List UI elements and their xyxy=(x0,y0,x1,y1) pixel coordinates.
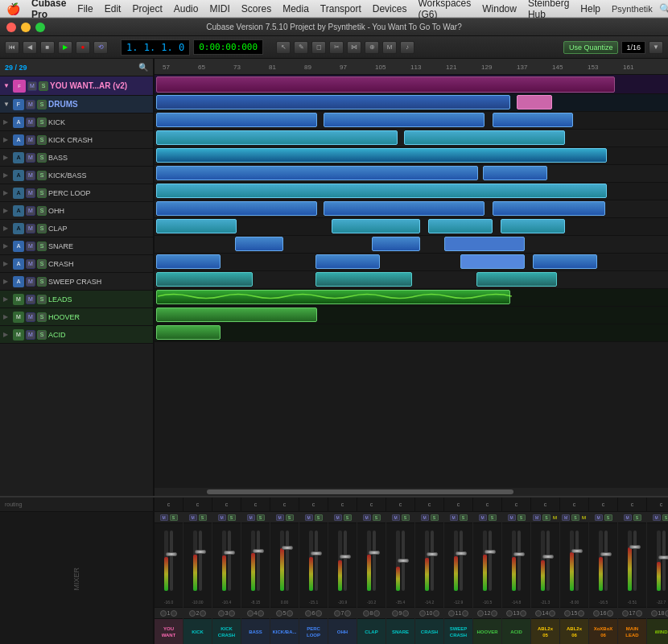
clip-ohh-3[interactable] xyxy=(493,201,605,216)
menu-cubase[interactable]: Cubase Pro xyxy=(31,0,66,20)
track-solo-bass[interactable]: S xyxy=(37,153,47,163)
routing-c-8[interactable]: c xyxy=(357,497,386,511)
tool-chord[interactable]: ♪ xyxy=(400,41,414,54)
ch-mute-7[interactable]: M xyxy=(334,514,342,521)
ch-link-1[interactable] xyxy=(160,610,167,617)
close-button[interactable] xyxy=(6,23,16,32)
track-item-kick[interactable]: ▶ A M S KICK xyxy=(0,114,153,131)
track-mute-percloop[interactable]: M xyxy=(26,188,35,198)
ch-mute-15[interactable]: M xyxy=(562,514,570,521)
ch-link-16[interactable] xyxy=(593,610,600,617)
ch-solo-17[interactable]: S xyxy=(633,514,641,521)
track-mute-kick[interactable]: M xyxy=(26,118,35,127)
ch-fader-track-13[interactable] xyxy=(517,530,521,591)
scrollbar-thumb[interactable] xyxy=(207,489,513,494)
ch-fader-handle-17[interactable] xyxy=(629,545,641,549)
routing-c-6[interactable]: c xyxy=(299,497,328,511)
ch-solo-6[interactable]: S xyxy=(315,514,323,521)
ch-fader-handle-10[interactable] xyxy=(427,552,438,556)
ch-mute-8[interactable]: M xyxy=(363,514,371,521)
track-mute-crash[interactable]: M xyxy=(26,259,35,269)
ch-fader-track-16[interactable] xyxy=(604,530,608,591)
transport-record[interactable]: ● xyxy=(76,41,90,54)
ch-fader-handle-7[interactable] xyxy=(340,555,351,559)
track-expand-arrow[interactable]: ▼ xyxy=(3,82,11,89)
tool-pointer[interactable]: ↖ xyxy=(276,41,291,54)
ch-link-3[interactable] xyxy=(218,610,225,617)
ch-fader-track-3[interactable] xyxy=(228,530,231,591)
ch-fader-handle-4[interactable] xyxy=(253,549,264,553)
ch-solo-16[interactable]: S xyxy=(604,514,612,521)
ch-mute-6[interactable]: M xyxy=(305,514,313,521)
track-solo-kickcrash[interactable]: S xyxy=(37,135,47,145)
clip-crash-2[interactable] xyxy=(315,254,380,269)
clip-snare-2[interactable] xyxy=(372,237,420,251)
clip-snare-1[interactable] xyxy=(235,237,283,251)
ch-fader-track-9[interactable] xyxy=(402,530,405,591)
ch-fader-handle-8[interactable] xyxy=(369,551,380,555)
menu-steinberg[interactable]: Steinberg Hub xyxy=(528,0,569,20)
clip-folder-main[interactable] xyxy=(156,76,615,93)
routing-c-3[interactable]: c xyxy=(212,497,241,511)
menu-midi[interactable]: MIDI xyxy=(209,3,229,14)
routing-c-11[interactable]: c xyxy=(444,497,473,511)
transport-stop[interactable]: ■ xyxy=(40,41,55,54)
ch-mute-11[interactable]: M xyxy=(450,514,458,521)
ch-link2-14[interactable] xyxy=(549,610,555,617)
track-mute-bass[interactable]: M xyxy=(26,153,35,163)
ch-solo-9[interactable]: S xyxy=(402,514,410,521)
track-solo-snare[interactable]: S xyxy=(37,242,47,251)
ch-link2-11[interactable] xyxy=(462,610,468,617)
clip-clap-4[interactable] xyxy=(501,219,565,233)
ch-link-6[interactable] xyxy=(305,610,311,617)
ch-link2-16[interactable] xyxy=(607,610,613,617)
tool-draw[interactable]: ✎ xyxy=(294,41,308,54)
transport-back[interactable]: ◀ xyxy=(23,41,37,54)
clip-snare-3[interactable] xyxy=(444,237,525,251)
track-item-crash[interactable]: ▶ A M S CRASH xyxy=(0,255,153,273)
ch-solo-1[interactable]: S xyxy=(170,514,178,521)
track-solo-kickbass[interactable]: S xyxy=(37,171,47,180)
routing-c-2[interactable]: c xyxy=(183,497,212,511)
track-item-folder-main[interactable]: ▼ F M S YOU WANT...AR (v2) xyxy=(0,76,153,96)
ch-fader-track-8[interactable] xyxy=(373,530,376,591)
ch-fader-track-12[interactable] xyxy=(489,530,492,591)
menu-audio[interactable]: Audio xyxy=(174,3,199,14)
track-mute-sweepcrash[interactable]: M xyxy=(26,277,35,287)
track-mute-kickcrash[interactable]: M xyxy=(26,135,35,145)
ch-solo-10[interactable]: S xyxy=(431,514,439,521)
apple-menu[interactable]: 🍎 xyxy=(6,2,20,15)
menu-edit[interactable]: Edit xyxy=(105,3,122,14)
ch-link2-4[interactable] xyxy=(258,610,264,617)
ch-fader-track-17[interactable] xyxy=(633,530,637,591)
ch-mute-12[interactable]: M xyxy=(479,514,487,521)
track-item-kickcrash[interactable]: ▶ A M S KICK CRASH xyxy=(0,131,153,149)
use-quantize-button[interactable]: Use Quantize xyxy=(563,41,619,54)
ch-fader-track-4[interactable] xyxy=(257,530,260,591)
ch-link-12[interactable] xyxy=(477,610,484,617)
clip-kickcrash-2[interactable] xyxy=(404,130,565,145)
ch-link2-18[interactable] xyxy=(665,610,668,617)
track-solo-clap[interactable]: S xyxy=(37,224,47,233)
ch-fader-track-14[interactable] xyxy=(546,530,550,591)
tool-glue[interactable]: ⋈ xyxy=(347,41,361,54)
menu-file[interactable]: File xyxy=(77,3,93,14)
track-mute-clap[interactable]: M xyxy=(26,224,35,233)
horizontal-scrollbar[interactable] xyxy=(155,488,668,496)
clip-sweepcrash-2[interactable] xyxy=(315,272,412,287)
menu-project[interactable]: Project xyxy=(132,3,162,14)
ch-fader-handle-9[interactable] xyxy=(398,559,409,563)
minimize-button[interactable] xyxy=(21,23,31,32)
ch-solo-14[interactable]: S xyxy=(542,514,550,521)
ch-solo-12[interactable]: S xyxy=(489,514,497,521)
clip-kick-2[interactable] xyxy=(324,113,485,127)
ch-fader-handle-11[interactable] xyxy=(456,551,467,555)
track-item-ohh[interactable]: ▶ A M S OHH xyxy=(0,202,153,220)
track-mute-btn[interactable]: M xyxy=(27,81,37,91)
ch-link-13[interactable] xyxy=(506,610,513,617)
transport-loop[interactable]: ⟲ xyxy=(93,41,108,54)
track-mute-hoover[interactable]: M xyxy=(26,312,35,322)
track-item-percloop[interactable]: ▶ A M S PERC LOOP xyxy=(0,184,153,202)
ch-fader-handle-16[interactable] xyxy=(600,552,612,556)
ch-fader-track-5[interactable] xyxy=(286,530,289,591)
